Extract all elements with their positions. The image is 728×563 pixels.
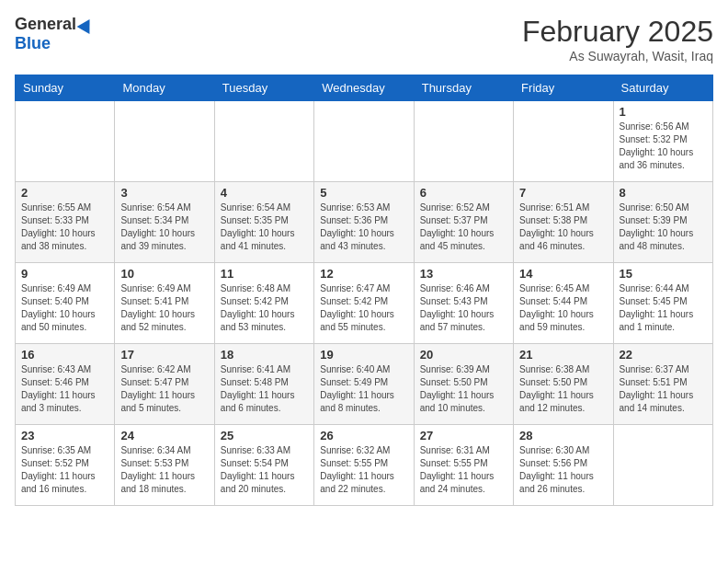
calendar-cell: 2Sunrise: 6:55 AM Sunset: 5:33 PM Daylig… <box>16 182 115 263</box>
column-header-sunday: Sunday <box>16 75 115 101</box>
day-number: 23 <box>21 429 108 442</box>
calendar-cell <box>613 425 712 506</box>
day-number: 28 <box>519 429 607 442</box>
day-number: 8 <box>620 186 707 200</box>
calendar-cell: 19Sunrise: 6:40 AM Sunset: 5:49 PM Dayli… <box>314 344 414 425</box>
day-number: 18 <box>221 348 308 362</box>
column-header-tuesday: Tuesday <box>214 75 313 101</box>
location-subtitle: As Suwayrah, Wasit, Iraq <box>522 49 713 63</box>
logo-triangle-icon <box>77 15 97 33</box>
calendar-cell: 1Sunrise: 6:56 AM Sunset: 5:32 PM Daylig… <box>613 101 712 182</box>
day-info: Sunrise: 6:33 AM Sunset: 5:54 PM Dayligh… <box>221 444 308 496</box>
day-info: Sunrise: 6:40 AM Sunset: 5:49 PM Dayligh… <box>320 363 407 415</box>
day-number: 1 <box>620 105 707 119</box>
calendar-cell: 25Sunrise: 6:33 AM Sunset: 5:54 PM Dayli… <box>214 425 313 506</box>
calendar-cell: 6Sunrise: 6:52 AM Sunset: 5:37 PM Daylig… <box>414 182 513 263</box>
column-header-friday: Friday <box>514 75 613 101</box>
calendar-cell: 3Sunrise: 6:54 AM Sunset: 5:34 PM Daylig… <box>115 182 214 263</box>
calendar-week-row: 23Sunrise: 6:35 AM Sunset: 5:52 PM Dayli… <box>16 425 713 506</box>
logo-blue-text: Blue <box>15 34 51 53</box>
calendar-cell: 23Sunrise: 6:35 AM Sunset: 5:52 PM Dayli… <box>16 425 115 506</box>
day-number: 5 <box>320 186 407 200</box>
calendar-cell: 28Sunrise: 6:30 AM Sunset: 5:56 PM Dayli… <box>514 425 613 506</box>
calendar-cell: 10Sunrise: 6:49 AM Sunset: 5:41 PM Dayli… <box>115 263 214 344</box>
day-number: 19 <box>320 348 407 362</box>
day-number: 9 <box>21 267 108 281</box>
day-info: Sunrise: 6:52 AM Sunset: 5:37 PM Dayligh… <box>420 201 507 253</box>
day-info: Sunrise: 6:30 AM Sunset: 5:56 PM Dayligh… <box>519 444 607 496</box>
day-number: 11 <box>221 267 308 281</box>
day-info: Sunrise: 6:55 AM Sunset: 5:33 PM Dayligh… <box>21 201 108 253</box>
calendar-cell: 4Sunrise: 6:54 AM Sunset: 5:35 PM Daylig… <box>214 182 313 263</box>
day-info: Sunrise: 6:42 AM Sunset: 5:47 PM Dayligh… <box>120 363 208 415</box>
day-number: 3 <box>120 186 208 200</box>
calendar-cell: 5Sunrise: 6:53 AM Sunset: 5:36 PM Daylig… <box>314 182 414 263</box>
day-number: 26 <box>320 429 407 442</box>
calendar-header-row: SundayMondayTuesdayWednesdayThursdayFrid… <box>16 75 713 101</box>
day-number: 6 <box>420 186 507 200</box>
calendar-cell: 18Sunrise: 6:41 AM Sunset: 5:48 PM Dayli… <box>214 344 313 425</box>
title-block: February 2025 As Suwayrah, Wasit, Iraq <box>522 15 713 63</box>
day-info: Sunrise: 6:47 AM Sunset: 5:42 PM Dayligh… <box>320 282 407 334</box>
calendar-week-row: 1Sunrise: 6:56 AM Sunset: 5:32 PM Daylig… <box>16 101 713 182</box>
calendar-cell: 9Sunrise: 6:49 AM Sunset: 5:40 PM Daylig… <box>16 263 115 344</box>
calendar-cell <box>115 101 214 182</box>
day-number: 22 <box>620 348 707 362</box>
day-info: Sunrise: 6:41 AM Sunset: 5:48 PM Dayligh… <box>221 363 308 415</box>
day-info: Sunrise: 6:32 AM Sunset: 5:55 PM Dayligh… <box>320 444 407 496</box>
day-info: Sunrise: 6:37 AM Sunset: 5:51 PM Dayligh… <box>620 363 707 415</box>
day-info: Sunrise: 6:45 AM Sunset: 5:44 PM Dayligh… <box>519 282 607 334</box>
day-info: Sunrise: 6:49 AM Sunset: 5:40 PM Dayligh… <box>21 282 108 334</box>
calendar-cell <box>414 101 513 182</box>
calendar-cell: 8Sunrise: 6:50 AM Sunset: 5:39 PM Daylig… <box>613 182 712 263</box>
day-info: Sunrise: 6:56 AM Sunset: 5:32 PM Dayligh… <box>620 121 707 172</box>
day-info: Sunrise: 6:34 AM Sunset: 5:53 PM Dayligh… <box>120 444 208 496</box>
calendar-cell: 27Sunrise: 6:31 AM Sunset: 5:55 PM Dayli… <box>414 425 513 506</box>
calendar-cell: 14Sunrise: 6:45 AM Sunset: 5:44 PM Dayli… <box>514 263 613 344</box>
logo: General Blue <box>15 15 94 53</box>
calendar-cell: 7Sunrise: 6:51 AM Sunset: 5:38 PM Daylig… <box>514 182 613 263</box>
day-number: 27 <box>420 429 507 442</box>
calendar-cell: 22Sunrise: 6:37 AM Sunset: 5:51 PM Dayli… <box>613 344 712 425</box>
calendar-cell: 21Sunrise: 6:38 AM Sunset: 5:50 PM Dayli… <box>514 344 613 425</box>
day-info: Sunrise: 6:35 AM Sunset: 5:52 PM Dayligh… <box>21 444 108 496</box>
day-info: Sunrise: 6:50 AM Sunset: 5:39 PM Dayligh… <box>620 201 707 253</box>
column-header-saturday: Saturday <box>613 75 712 101</box>
day-number: 16 <box>21 348 108 362</box>
calendar-cell: 15Sunrise: 6:44 AM Sunset: 5:45 PM Dayli… <box>613 263 712 344</box>
day-info: Sunrise: 6:31 AM Sunset: 5:55 PM Dayligh… <box>420 444 507 496</box>
day-number: 14 <box>519 267 607 281</box>
day-number: 17 <box>120 348 208 362</box>
day-info: Sunrise: 6:38 AM Sunset: 5:50 PM Dayligh… <box>519 363 607 415</box>
month-year-title: February 2025 <box>522 15 713 49</box>
day-number: 25 <box>221 429 308 442</box>
calendar-cell: 24Sunrise: 6:34 AM Sunset: 5:53 PM Dayli… <box>115 425 214 506</box>
day-number: 2 <box>21 186 108 200</box>
calendar-cell: 16Sunrise: 6:43 AM Sunset: 5:46 PM Dayli… <box>16 344 115 425</box>
day-info: Sunrise: 6:39 AM Sunset: 5:50 PM Dayligh… <box>420 363 507 415</box>
calendar-cell <box>314 101 414 182</box>
day-info: Sunrise: 6:48 AM Sunset: 5:42 PM Dayligh… <box>221 282 308 334</box>
calendar-week-row: 9Sunrise: 6:49 AM Sunset: 5:40 PM Daylig… <box>16 263 713 344</box>
day-info: Sunrise: 6:46 AM Sunset: 5:43 PM Dayligh… <box>420 282 507 334</box>
calendar-week-row: 2Sunrise: 6:55 AM Sunset: 5:33 PM Daylig… <box>16 182 713 263</box>
day-number: 7 <box>519 186 607 200</box>
column-header-wednesday: Wednesday <box>314 75 414 101</box>
calendar-cell: 17Sunrise: 6:42 AM Sunset: 5:47 PM Dayli… <box>115 344 214 425</box>
day-number: 24 <box>120 429 208 442</box>
day-number: 20 <box>420 348 507 362</box>
calendar-cell: 11Sunrise: 6:48 AM Sunset: 5:42 PM Dayli… <box>214 263 313 344</box>
day-number: 15 <box>620 267 707 281</box>
column-header-thursday: Thursday <box>414 75 513 101</box>
calendar-week-row: 16Sunrise: 6:43 AM Sunset: 5:46 PM Dayli… <box>16 344 713 425</box>
day-number: 21 <box>519 348 607 362</box>
day-number: 10 <box>120 267 208 281</box>
day-number: 12 <box>320 267 407 281</box>
day-info: Sunrise: 6:44 AM Sunset: 5:45 PM Dayligh… <box>620 282 707 334</box>
day-number: 4 <box>221 186 308 200</box>
day-info: Sunrise: 6:49 AM Sunset: 5:41 PM Dayligh… <box>120 282 208 334</box>
calendar-cell: 13Sunrise: 6:46 AM Sunset: 5:43 PM Dayli… <box>414 263 513 344</box>
calendar-cell <box>214 101 313 182</box>
day-info: Sunrise: 6:54 AM Sunset: 5:35 PM Dayligh… <box>221 201 308 253</box>
column-header-monday: Monday <box>115 75 214 101</box>
